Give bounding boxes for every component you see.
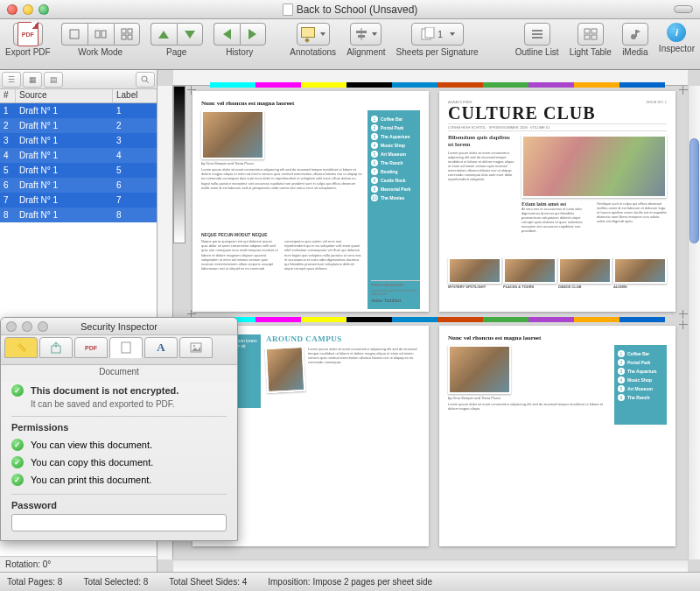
color-registration-strip bbox=[210, 82, 665, 88]
vertical-scrollbar[interactable] bbox=[688, 86, 700, 559]
outline-list-button[interactable] bbox=[524, 23, 550, 46]
subhead: Bibendum quis dapibus ut lorem bbox=[448, 135, 516, 148]
sidebar-row[interactable]: 7Draft N° 17 bbox=[0, 193, 157, 208]
inspector-titlebar[interactable]: Security Inspector bbox=[1, 318, 237, 335]
crop-handle[interactable] bbox=[679, 310, 688, 319]
password-input[interactable] bbox=[11, 514, 227, 531]
svg-point-27 bbox=[193, 345, 195, 347]
document-icon bbox=[121, 341, 131, 354]
col-header-source[interactable]: Source bbox=[16, 89, 113, 102]
triangle-up-icon bbox=[158, 31, 169, 39]
work-mode-2-button[interactable] bbox=[88, 23, 114, 46]
inspector-tab-pdf[interactable]: PDF bbox=[74, 337, 108, 358]
crop-handle[interactable] bbox=[679, 320, 688, 329]
spread-1: Nunc vel rhoncus est magna laoreet by Ur… bbox=[192, 91, 682, 313]
col-header-num[interactable]: # bbox=[0, 89, 16, 102]
history-back-button[interactable] bbox=[214, 23, 240, 46]
color-registration-strip bbox=[210, 317, 665, 322]
chevron-down-icon bbox=[372, 32, 377, 36]
inspector-tab-ruler[interactable]: 📏 bbox=[4, 337, 38, 358]
sidebar-row[interactable]: 4Draft N° 14 bbox=[0, 148, 157, 163]
sidebar-view-thumb-button[interactable]: ▦ bbox=[23, 72, 42, 88]
triangle-left-icon bbox=[223, 29, 231, 39]
inspector-tab-image[interactable] bbox=[179, 337, 213, 358]
svg-rect-1 bbox=[95, 31, 100, 38]
sheets-icon: 1 bbox=[420, 27, 446, 41]
divider bbox=[11, 416, 227, 417]
export-pdf-button[interactable]: PDF bbox=[13, 23, 43, 46]
page-prev-button[interactable] bbox=[150, 23, 177, 46]
triangle-right-icon bbox=[248, 29, 256, 39]
inspector-tab-text[interactable]: A bbox=[144, 337, 178, 358]
sidebar-row[interactable]: 8Draft N° 18 bbox=[0, 208, 157, 222]
article-photo bbox=[201, 110, 264, 159]
history-fwd-button[interactable] bbox=[240, 23, 266, 46]
page-2[interactable]: ALWAYS FREEISSUE NO. 1 CULTURE CLUB LORE… bbox=[439, 91, 676, 312]
document-icon bbox=[283, 4, 293, 16]
svg-rect-21 bbox=[635, 30, 637, 37]
chevron-down-icon bbox=[320, 32, 326, 36]
annotations-label: Annotations bbox=[290, 47, 336, 57]
scrollbar-thumb[interactable] bbox=[690, 138, 699, 243]
page-4[interactable]: Nunc vel rhoncus est magna laoreet by Ur… bbox=[439, 326, 676, 546]
annotation-icon bbox=[301, 26, 317, 42]
encryption-sub: It can be saved and exported to PDF. bbox=[31, 399, 227, 409]
alignment-icon bbox=[354, 28, 368, 40]
imedia-button[interactable] bbox=[622, 23, 648, 46]
sheets-per-sig-button[interactable]: 1 bbox=[411, 23, 464, 46]
light-table-icon bbox=[584, 28, 598, 40]
light-table-button[interactable] bbox=[578, 23, 604, 46]
inspector-tab-export[interactable] bbox=[39, 337, 73, 358]
sidebar-header: # Source Label bbox=[0, 89, 157, 103]
page-1[interactable]: Nunc vel rhoncus est magna laoreet by Ur… bbox=[192, 91, 429, 312]
work-mode-1-button[interactable] bbox=[61, 23, 88, 46]
sidebar-row[interactable]: 3Draft N° 13 bbox=[0, 133, 157, 148]
toolbar-toggle-button[interactable] bbox=[674, 5, 693, 13]
alignment-button[interactable] bbox=[350, 23, 382, 46]
spread-2: ad minim sum ipsum lorem exerc. tation m… bbox=[192, 326, 682, 548]
imedia-icon bbox=[628, 28, 642, 40]
status-total-sides: Total Sheet Sides: 4 bbox=[169, 577, 247, 587]
image-icon bbox=[190, 342, 202, 353]
check-icon: ✓ bbox=[11, 456, 24, 468]
page-next-button[interactable] bbox=[177, 23, 203, 46]
history-label: History bbox=[226, 47, 253, 57]
sidebar-search-button[interactable] bbox=[136, 72, 155, 88]
byline: by Urna Semper and Trena Pruca bbox=[448, 396, 609, 400]
svg-rect-3 bbox=[122, 29, 126, 33]
page-spreads[interactable]: Nunc vel rhoncus est magna laoreet by Ur… bbox=[192, 91, 682, 554]
light-table-label: Light Table bbox=[570, 47, 612, 57]
sidebar-rows: 1Draft N° 112Draft N° 123Draft N° 134Dra… bbox=[0, 103, 157, 222]
history-segment bbox=[214, 23, 266, 46]
work-mode-label: Work Mode bbox=[78, 47, 122, 57]
imedia-label: iMedia bbox=[622, 47, 648, 57]
svg-rect-16 bbox=[584, 29, 590, 33]
export-pdf-label: Export PDF bbox=[5, 47, 51, 57]
inspector-tab-document[interactable] bbox=[109, 337, 143, 358]
svg-rect-2 bbox=[102, 31, 106, 38]
svg-rect-17 bbox=[592, 29, 597, 33]
col-header-label[interactable]: Label bbox=[113, 89, 157, 102]
editor-note: FROM THE EDITOR Lorem ipsum dolor sit am… bbox=[371, 280, 420, 303]
perm-copy: You can copy this document. bbox=[31, 457, 153, 468]
work-mode-3-button[interactable] bbox=[114, 23, 140, 46]
sidebar-row[interactable]: 2Draft N° 12 bbox=[0, 118, 157, 133]
horizontal-scrollbar[interactable] bbox=[173, 559, 688, 572]
svg-rect-5 bbox=[122, 35, 126, 39]
crop-handle[interactable] bbox=[679, 86, 688, 95]
permissions-heading: Permissions bbox=[11, 422, 227, 433]
sidebar-view-list-button[interactable]: ☰ bbox=[2, 72, 21, 88]
sidebar-row[interactable]: 6Draft N° 16 bbox=[0, 178, 157, 193]
divider bbox=[11, 494, 227, 495]
sidebar-row[interactable]: 5Draft N° 15 bbox=[0, 163, 157, 178]
inspector-button[interactable]: i bbox=[667, 23, 686, 42]
rotation-readout: Rotation: 0° bbox=[0, 556, 158, 572]
photo-strip: MYSTERY SPOTLIGHTPLACES & TOURSDANCE CLU… bbox=[448, 257, 667, 289]
sidebar-view-grid-button[interactable]: ▤ bbox=[44, 72, 63, 88]
annotations-button[interactable] bbox=[297, 23, 330, 46]
page-label: Page bbox=[166, 47, 186, 57]
pdf-badge-icon: PDF bbox=[85, 345, 97, 351]
sidebar-row[interactable]: 1Draft N° 11 bbox=[0, 103, 157, 118]
security-inspector-panel: Security Inspector 📏 PDF A Document ✓ Th… bbox=[0, 317, 238, 541]
chevron-down-icon bbox=[450, 32, 455, 36]
